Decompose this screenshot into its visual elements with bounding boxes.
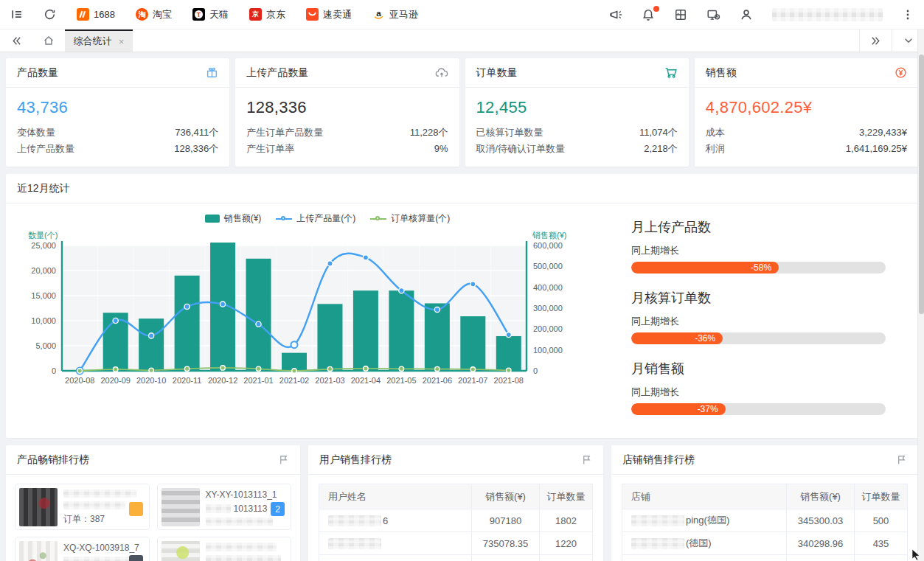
platform-label: 天猫 (209, 8, 229, 21)
top-toolbar: 1688 淘 淘宝 T 天猫 京 京东 速卖通 (0, 0, 924, 29)
home-icon[interactable] (32, 29, 65, 52)
platform-tab-amazon[interactable]: a 亚马逊 (372, 8, 418, 21)
name-suffix: (德国) (686, 537, 712, 550)
svg-text:2020-08: 2020-08 (65, 376, 94, 385)
scrollbar-thumb[interactable] (919, 55, 924, 314)
panel-title: 近12月统计 (17, 182, 70, 195)
notification-bell-icon[interactable] (642, 8, 655, 21)
platform-label: 速卖通 (323, 8, 352, 21)
stat-card-sales: 销售额 4,870,602.25¥ 成本3,229,433¥ 利润1,641,1… (695, 58, 918, 167)
more-kebab-icon[interactable] (902, 9, 914, 21)
column-header: 订单数量 (540, 484, 593, 509)
growth-progress-bar: -58% (631, 262, 886, 273)
svg-text:数量(个): 数量(个) (28, 231, 58, 240)
svg-text:2020-09: 2020-09 (101, 376, 131, 385)
svg-text:2021-03: 2021-03 (315, 376, 344, 385)
user-sales-table: 用户姓名销售额(¥)订单数量69071801802735078.35122055… (319, 484, 593, 561)
product-card[interactable]: XY-XY-1013113_1 1013113 2 (157, 484, 292, 530)
svg-text:25,000: 25,000 (31, 241, 56, 250)
svg-text:200,000: 200,000 (533, 324, 563, 333)
product-id-text: 1013113 (234, 503, 268, 514)
value-cell: 907180 (472, 509, 540, 532)
close-icon[interactable]: × (119, 36, 125, 47)
growth-progress-fill: -36% (631, 332, 723, 344)
blurred-name (631, 538, 684, 549)
notification-dot (653, 6, 659, 12)
platform-count-badge (129, 502, 143, 516)
blurred-name (328, 538, 381, 549)
stat-row-label: 利润 (706, 141, 725, 157)
legend-item-uploads[interactable]: 上传产品量(个) (276, 212, 355, 225)
stat-main-value: 43,736 (17, 98, 218, 117)
user-name-blurred[interactable] (772, 8, 883, 21)
panel-title: 店铺销售排行榜 (622, 453, 695, 467)
svg-text:2020-10: 2020-10 (136, 376, 166, 385)
column-header: 用户姓名 (319, 484, 472, 509)
tab-comprehensive-statistics[interactable]: 综合统计 × (65, 29, 133, 52)
product-image-placeholder (19, 488, 58, 526)
platform-tab-taobao[interactable]: 淘 淘宝 (136, 8, 172, 21)
value-cell: 1802 (540, 509, 593, 532)
user-icon[interactable] (740, 8, 753, 21)
platform-tab-1688[interactable]: 1688 (77, 8, 115, 21)
expand-right-icon[interactable] (859, 29, 892, 52)
monthly-statistics-panel: 近12月统计 销售额(¥) 上传产品量(个) (6, 174, 918, 438)
value-cell: 340298.96 (787, 532, 855, 555)
svg-text:a: a (376, 8, 381, 18)
chart-area: 销售额(¥) 上传产品量(个) 订单核算量(个) 05,00010,00015,… (10, 206, 600, 431)
svg-text:600,000: 600,000 (533, 241, 563, 250)
svg-text:2021-04: 2021-04 (351, 376, 381, 385)
growth-sublabel: 同上期增长 (631, 386, 886, 399)
platform-tab-tmall[interactable]: T 天猫 (192, 8, 229, 21)
flag-icon (896, 454, 907, 465)
svg-text:2021-07: 2021-07 (458, 376, 487, 385)
announcement-icon[interactable] (609, 8, 622, 21)
best-selling-products-panel: 产品畅销排行榜 订单：387 (6, 445, 300, 561)
collapse-left-icon[interactable] (0, 29, 32, 52)
stat-card-title: 销售额 (706, 66, 737, 80)
platform-label: 1688 (94, 9, 115, 20)
stat-row-label: 产生订单产品数量 (246, 125, 323, 141)
page-tab-bar: 综合统计 × (0, 29, 924, 52)
user-sales-ranking-panel: 用户销售排行榜 用户姓名销售额(¥)订单数量69071801802735078.… (308, 445, 603, 561)
stat-row-value: 9% (434, 141, 448, 157)
site-amazon-icon: a (372, 8, 385, 21)
stat-row-value: 3,229,433¥ (859, 125, 907, 141)
scrollbar-track[interactable] (917, 29, 924, 561)
blurred-name (631, 515, 684, 526)
panel-title: 用户销售排行榜 (319, 453, 392, 467)
mouse-cursor (911, 548, 922, 560)
name-cell: WU(德国) (622, 555, 787, 561)
stat-row-value: 1,641,169.25¥ (846, 141, 907, 157)
sidebar-toggle-icon[interactable] (10, 8, 23, 21)
product-card[interactable]: 订单：387 (15, 484, 150, 530)
workstation-icon[interactable] (706, 8, 720, 21)
product-card[interactable]: XQ-XQ-1003918_7 (15, 537, 150, 561)
growth-progress-fill: -58% (631, 262, 779, 273)
legend-item-orders[interactable]: 订单核算量(个) (370, 212, 450, 225)
value-cell: 209001.85 (787, 555, 855, 561)
stat-row-label: 变体数量 (17, 125, 55, 141)
site-taobao-icon: 淘 (136, 8, 148, 21)
product-sku-text: XQ-XQ-1003918_7 (63, 543, 143, 553)
growth-title: 月销售额 (631, 360, 886, 377)
platform-tab-jd[interactable]: 京 京东 (249, 8, 285, 21)
product-sku-text: XY-XY-1013113_1 (206, 489, 285, 500)
refresh-icon[interactable] (44, 8, 56, 21)
table-row: (德国)340298.96435 (622, 532, 908, 555)
legend-line-marker (370, 215, 386, 223)
stat-main-value: 12,455 (476, 98, 678, 117)
cart-icon (664, 66, 678, 79)
platform-tab-aliexpress[interactable]: 速卖通 (306, 8, 352, 21)
legend-item-sales[interactable]: 销售额(¥) (205, 212, 262, 225)
svg-text:2021-05: 2021-05 (386, 376, 416, 385)
app-window: 1688 淘 淘宝 T 天猫 京 京东 速卖通 (0, 0, 924, 561)
apps-grid-icon[interactable] (674, 8, 687, 21)
blurred-text (206, 555, 281, 561)
value-cell: 435 (855, 532, 908, 555)
flag-icon (278, 454, 289, 465)
svg-text:300,000: 300,000 (533, 304, 563, 313)
product-card[interactable] (157, 537, 292, 561)
platform-label: 京东 (266, 8, 285, 21)
value-cell: 266 (855, 555, 908, 561)
